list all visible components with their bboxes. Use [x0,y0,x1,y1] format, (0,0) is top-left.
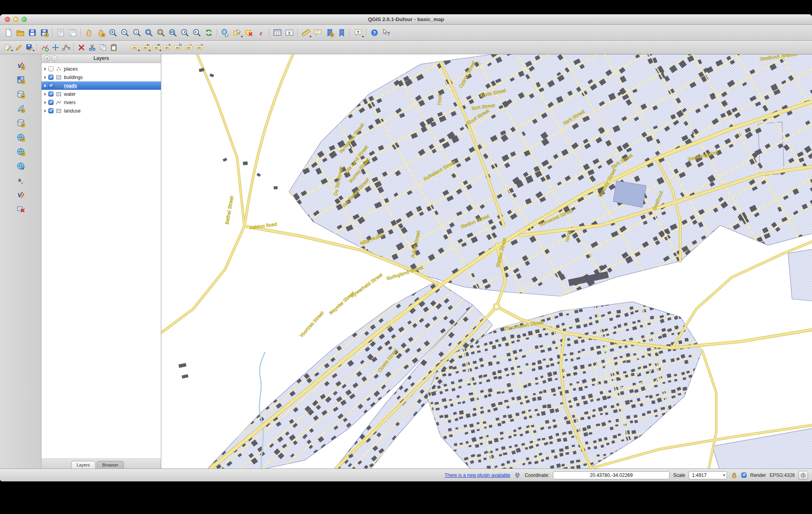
select-features-button[interactable] [231,27,243,39]
expand-arrow-icon[interactable] [44,84,46,87]
current-edits-button[interactable] [2,42,13,53]
layer-item-landuse[interactable]: landuse [42,107,161,115]
label-show-hide-button[interactable]: abc [151,42,162,53]
add-wms-layer-button[interactable] [15,131,27,143]
new-project-button[interactable] [2,27,14,39]
expand-arrow-icon[interactable] [44,93,46,96]
cut-features-button[interactable] [87,42,97,53]
expand-arrow-icon[interactable] [44,67,46,71]
layer-checkbox-buildings[interactable] [48,75,53,80]
add-wcs-layer-button[interactable] [15,146,27,158]
paste-features-button[interactable] [108,42,119,53]
panel-float-button[interactable]: ▫ [51,55,57,61]
layer-item-water[interactable]: water [42,90,161,98]
label-properties-button[interactable]: abc [194,42,205,53]
open-project-button[interactable] [14,27,26,39]
delete-selected-button[interactable] [76,42,87,53]
zoom-to-layer-icon [168,28,177,37]
new-bookmark-button[interactable] [324,27,336,39]
expand-arrow-icon[interactable] [44,101,46,104]
open-attribute-table-button[interactable] [271,27,283,39]
measure-button[interactable] [300,27,312,39]
label-pin-button[interactable]: abc [140,42,151,53]
scale-combobox[interactable]: 1:4917 ▾ [689,471,727,479]
label-change-button[interactable]: abc [183,42,194,53]
zoom-next-icon [192,28,201,37]
node-tool-button[interactable] [61,42,71,53]
minimize-window-button[interactable] [13,17,18,22]
layer-checkbox-water[interactable] [48,91,53,97]
add-postgis-layer-button[interactable] [15,88,27,100]
close-window-button[interactable] [5,17,10,22]
plugin-icon[interactable] [514,472,521,479]
whats-this-button[interactable]: ? [380,27,392,39]
street-label: Hout [437,94,443,105]
add-mssql-layer-button[interactable] [15,117,27,129]
zoom-next-button[interactable] [191,27,203,39]
add-vector-layer-button[interactable]: V [15,59,27,71]
zoom-native-button[interactable]: 1 [131,27,143,39]
panel-close-button[interactable]: × [44,55,50,61]
add-raster-layer-button[interactable] [15,74,27,86]
help-button[interactable]: ? [368,27,380,39]
layer-checkbox-roads[interactable] [48,83,53,88]
layer-checkbox-rivers[interactable] [48,100,53,105]
add-wfs-layer-button[interactable]: V [15,160,27,172]
label-move-button[interactable]: abc [162,42,172,53]
coordinate-input[interactable]: 20.43780,-34.02269 [553,471,669,479]
render-checkbox[interactable] [741,472,747,478]
zoom-to-layer-button[interactable] [167,27,179,39]
map-canvas[interactable]: Geelhout AvenueCyprus StreetKosie Street… [161,54,812,469]
panel-tabs: Layers Browser [42,459,161,469]
scale-lock-icon[interactable] [731,472,738,479]
remove-layer-icon [16,205,25,214]
crs-status-button[interactable] [798,471,808,480]
tab-browser[interactable]: Browser [97,461,124,469]
layer-item-buildings[interactable]: buildings [42,73,161,81]
expand-arrow-icon[interactable] [44,76,46,79]
layer-item-roads[interactable]: roads [42,81,161,90]
field-calculator-button[interactable]: Σ [283,27,295,39]
zoom-to-selection-button[interactable] [155,27,167,39]
composer-manager-button[interactable] [67,27,79,39]
zoom-out-button[interactable] [119,27,131,39]
layer-item-rivers[interactable]: rivers [42,98,161,107]
show-bookmarks-button[interactable] [336,27,348,39]
window-controls [5,14,27,24]
zoom-window-button[interactable] [22,17,27,22]
tab-layers[interactable]: Layers [71,461,95,469]
toggle-editing-button[interactable] [13,42,24,53]
pan-to-selection-button[interactable] [95,27,107,39]
zoom-full-button[interactable] [143,27,155,39]
save-project-button[interactable] [26,27,38,39]
layer-item-places[interactable]: places [42,65,161,73]
save-layer-edits-button[interactable] [24,42,35,53]
move-feature-button[interactable] [50,42,61,53]
map-tips-button[interactable] [312,27,324,39]
label-rotate-button[interactable]: abc [172,42,183,53]
map-rendering: Geelhout AvenueCyprus StreetKosie Street… [161,54,812,469]
layer-checkbox-landuse[interactable] [48,108,53,113]
zoom-in-button[interactable] [107,27,119,39]
add-spatialite-layer-button[interactable] [15,103,27,115]
new-shapefile-layer-button[interactable]: V [15,189,27,201]
new-print-composer-button[interactable] [55,27,67,39]
add-delimited-text-layer-button[interactable]: a, [15,174,27,186]
zoom-last-button[interactable] [179,27,191,39]
text-annotation-button[interactable]: T [352,27,364,39]
deselect-features-button[interactable] [243,27,255,39]
plugin-link[interactable]: There is a new plugin available [444,472,510,478]
add-feature-button[interactable] [39,42,50,53]
copy-features-button[interactable] [97,42,108,53]
labeling-button[interactable]: abc [129,42,140,53]
title-bar[interactable]: QGIS 2.0.1-Dufour - basic_map [0,14,812,25]
select-by-expression-button[interactable]: ε [255,27,267,39]
layer-checkbox-places[interactable] [48,66,53,71]
refresh-map-button[interactable] [203,27,215,39]
expand-arrow-icon[interactable] [44,109,46,113]
remove-layer-button[interactable] [15,203,27,215]
pan-map-button[interactable] [83,27,95,39]
save-project-as-button[interactable] [38,27,50,39]
identify-features-button[interactable]: i [219,27,231,39]
toolbar-separator [350,28,350,37]
